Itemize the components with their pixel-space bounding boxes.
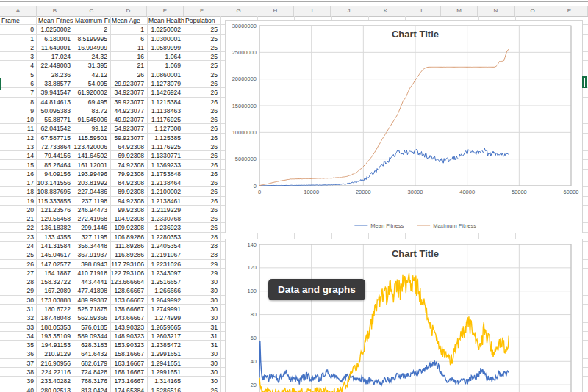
cell[interactable]: 89.92308 [110, 187, 147, 196]
cell[interactable]: 25 [184, 35, 220, 43]
cell[interactable]: 158.16667 [110, 349, 147, 358]
cell[interactable]: 29 [0, 286, 37, 295]
cell[interactable]: 29 [184, 260, 220, 269]
cell[interactable]: 33 [0, 323, 37, 332]
cell[interactable]: 193.35109 [37, 332, 74, 341]
cell[interactable]: 21 [110, 61, 147, 70]
cell[interactable]: 168.16667 [110, 368, 147, 377]
cell[interactable]: 64.92308 [110, 142, 147, 151]
cell[interactable]: 768.3176 [74, 377, 110, 385]
cell[interactable]: 16 [0, 170, 37, 178]
cell[interactable]: 0 [0, 25, 37, 34]
cell[interactable]: 26 [0, 260, 37, 269]
cell[interactable]: 26 [184, 79, 220, 88]
cell[interactable]: 30 [184, 296, 220, 305]
cell[interactable]: 94.09156 [37, 170, 74, 178]
cell[interactable]: 724.8428 [74, 368, 110, 377]
cell[interactable]: 26 [184, 214, 220, 223]
column-header[interactable]: N [478, 6, 514, 16]
cell[interactable]: 6.180001 [37, 35, 74, 43]
cell[interactable]: 1.2138461 [147, 197, 184, 206]
cell[interactable]: 154.1887 [37, 269, 74, 277]
cell[interactable]: 61.920002 [74, 88, 110, 97]
cell[interactable]: 129.56458 [37, 214, 74, 223]
cell[interactable]: 1.1273079 [147, 79, 184, 88]
cell[interactable]: 30 [184, 305, 220, 313]
cell[interactable]: 84.92308 [110, 178, 147, 187]
cell[interactable]: 22 [0, 223, 37, 232]
cell[interactable]: 31 [184, 341, 220, 349]
cell[interactable]: 26 [184, 187, 220, 196]
cell[interactable]: 1.236923 [147, 223, 184, 232]
cell[interactable]: 1.2343097 [147, 269, 184, 277]
cell[interactable]: 246.94473 [74, 206, 110, 214]
cell[interactable]: 1.2231026 [147, 260, 184, 269]
cell[interactable]: 25 [184, 43, 220, 52]
chart-title[interactable]: Chart Title [392, 248, 439, 259]
cell[interactable]: 50.095383 [37, 106, 74, 115]
cell[interactable]: 42.12 [74, 70, 110, 79]
cell[interactable]: 1.1176925 [147, 142, 184, 151]
column-header[interactable]: I [294, 6, 331, 16]
cell[interactable]: 327.1195 [74, 233, 110, 242]
cell[interactable]: 91.545006 [74, 115, 110, 124]
cell[interactable]: 26 [184, 98, 220, 106]
cell[interactable]: 29 [184, 269, 220, 277]
cell[interactable]: 54.923077 [110, 124, 147, 133]
cell[interactable]: 24 [0, 242, 37, 250]
cell[interactable]: 26 [184, 223, 220, 232]
cell[interactable]: 115.333855 [37, 197, 74, 206]
column-header[interactable]: J [331, 6, 368, 16]
cell[interactable]: 30 [0, 296, 37, 305]
cell[interactable]: 25 [184, 25, 220, 34]
field-header-cell[interactable]: Frame [0, 16, 37, 25]
cell[interactable]: 1.2100002 [147, 187, 184, 196]
column-header[interactable]: O [514, 6, 551, 16]
cell[interactable]: 682.6179 [74, 359, 110, 368]
cell[interactable]: 143.90323 [110, 323, 147, 332]
cell[interactable]: 443.4441 [74, 277, 110, 286]
cell[interactable]: 28 [184, 242, 220, 250]
cell[interactable]: 26 [184, 88, 220, 97]
cell[interactable]: 121.23576 [37, 206, 74, 214]
cell[interactable]: 187.48048 [37, 313, 74, 322]
cell[interactable]: 525.71875 [74, 305, 110, 313]
cell[interactable]: 28.236 [37, 70, 74, 79]
cell[interactable]: 1.2119229 [147, 206, 184, 214]
cell[interactable]: 99.12 [74, 124, 110, 133]
cell[interactable]: 1.0250002 [37, 25, 74, 34]
cell[interactable]: 59.923077 [110, 134, 147, 142]
cell[interactable]: 79.92308 [110, 170, 147, 178]
cell[interactable]: 26 [110, 70, 147, 79]
cell[interactable]: 1.1215384 [147, 98, 184, 106]
cell[interactable]: 31 [184, 323, 220, 332]
cell[interactable]: 1.266666 [147, 286, 184, 295]
cell[interactable]: 111.89286 [110, 242, 147, 250]
field-header-cell[interactable]: Mean Health [147, 16, 184, 25]
cell[interactable]: 109.92308 [110, 223, 147, 232]
cell[interactable]: 356.34448 [74, 242, 110, 250]
cell[interactable]: 37 [0, 359, 37, 368]
cell[interactable]: 398.8943 [74, 260, 110, 269]
cell[interactable]: 26 [184, 134, 220, 142]
column-header[interactable]: C [74, 6, 110, 16]
chart-age-population[interactable]: 020406080100120140Chart Title [225, 239, 583, 392]
cell[interactable]: 99.92308 [110, 206, 147, 214]
cell[interactable]: 1.1426924 [147, 88, 184, 97]
series-line[interactable] [259, 49, 509, 186]
cell[interactable]: 1.0250002 [147, 25, 184, 34]
cell[interactable]: 6 [110, 35, 147, 43]
cell[interactable]: 103.141556 [37, 178, 74, 187]
cell[interactable]: 30 [184, 286, 220, 295]
cell[interactable]: 167.2089 [37, 286, 74, 295]
column-header[interactable]: H [257, 6, 294, 16]
cell[interactable]: 26 [184, 206, 220, 214]
column-header[interactable]: M [441, 6, 478, 16]
cell[interactable]: 237.1198 [74, 197, 110, 206]
cell[interactable]: 1.2941651 [147, 359, 184, 368]
cell[interactable]: 17.024 [37, 52, 74, 61]
cell[interactable]: 489.99387 [74, 296, 110, 305]
series-line[interactable] [259, 341, 509, 385]
cell[interactable]: 1.1330771 [147, 151, 184, 160]
cell[interactable]: 174.65384 [110, 386, 147, 392]
